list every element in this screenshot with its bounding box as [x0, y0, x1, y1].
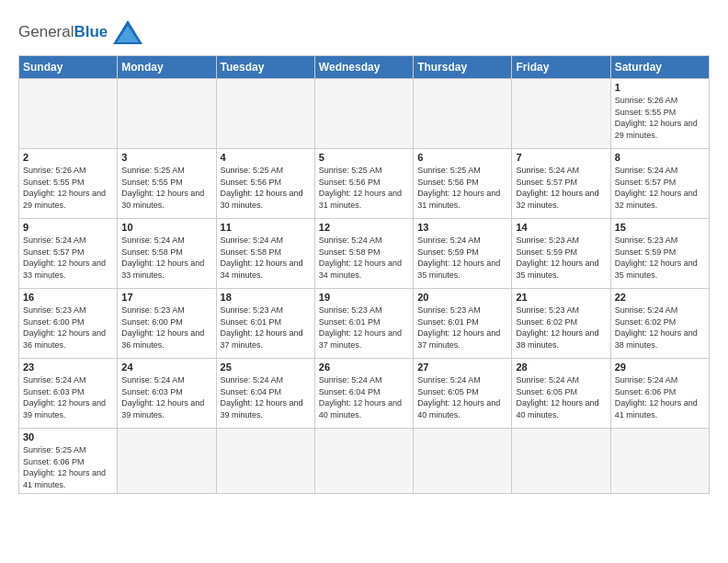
calendar-cell [216, 429, 314, 494]
day-info: Sunrise: 5:23 AM Sunset: 6:00 PM Dayligh… [121, 304, 211, 350]
day-info: Sunrise: 5:23 AM Sunset: 5:59 PM Dayligh… [516, 235, 606, 281]
day-number: 18 [221, 292, 311, 303]
calendar-cell: 18Sunrise: 5:23 AM Sunset: 6:01 PM Dayli… [216, 289, 314, 359]
calendar-cell: 19Sunrise: 5:23 AM Sunset: 6:01 PM Dayli… [314, 289, 413, 359]
day-number: 24 [121, 362, 211, 373]
calendar-cell: 13Sunrise: 5:24 AM Sunset: 5:59 PM Dayli… [414, 219, 512, 289]
day-number: 9 [23, 222, 113, 233]
calendar-cell: 21Sunrise: 5:23 AM Sunset: 6:02 PM Dayli… [512, 289, 610, 359]
day-number: 4 [221, 152, 311, 163]
day-info: Sunrise: 5:25 AM Sunset: 5:56 PM Dayligh… [417, 165, 507, 211]
day-number: 3 [121, 152, 211, 163]
calendar-cell: 23Sunrise: 5:24 AM Sunset: 6:03 PM Dayli… [19, 359, 118, 429]
day-info: Sunrise: 5:24 AM Sunset: 5:57 PM Dayligh… [23, 235, 113, 281]
calendar-cell [414, 79, 512, 149]
day-info: Sunrise: 5:24 AM Sunset: 5:59 PM Dayligh… [417, 235, 507, 281]
calendar-cell: 10Sunrise: 5:24 AM Sunset: 5:58 PM Dayli… [118, 219, 216, 289]
calendar-cell: 14Sunrise: 5:23 AM Sunset: 5:59 PM Dayli… [512, 219, 610, 289]
day-number: 1 [615, 82, 705, 93]
day-number: 12 [319, 222, 409, 233]
calendar-cell: 17Sunrise: 5:23 AM Sunset: 6:00 PM Dayli… [118, 289, 216, 359]
day-number: 2 [23, 152, 113, 163]
calendar-cell: 29Sunrise: 5:24 AM Sunset: 6:06 PM Dayli… [610, 359, 709, 429]
header-day-thursday: Thursday [414, 56, 512, 79]
day-info: Sunrise: 5:24 AM Sunset: 5:58 PM Dayligh… [121, 235, 211, 281]
day-number: 14 [516, 222, 606, 233]
calendar-week-5: 30Sunrise: 5:25 AM Sunset: 6:06 PM Dayli… [19, 429, 710, 494]
day-info: Sunrise: 5:24 AM Sunset: 6:05 PM Dayligh… [516, 374, 606, 420]
header: GeneralBlue [18, 15, 710, 46]
calendar-cell: 15Sunrise: 5:23 AM Sunset: 5:59 PM Dayli… [610, 219, 709, 289]
header-day-friday: Friday [512, 56, 610, 79]
day-number: 16 [23, 292, 113, 303]
calendar-cell: 5Sunrise: 5:25 AM Sunset: 5:56 PM Daylig… [314, 149, 413, 219]
day-number: 11 [221, 222, 311, 233]
header-day-saturday: Saturday [610, 56, 709, 79]
day-info: Sunrise: 5:24 AM Sunset: 5:58 PM Dayligh… [221, 235, 311, 281]
day-info: Sunrise: 5:25 AM Sunset: 6:06 PM Dayligh… [23, 444, 113, 490]
page: GeneralBlue SundayMondayTuesdayWednesday… [0, 0, 728, 563]
calendar-week-3: 16Sunrise: 5:23 AM Sunset: 6:00 PM Dayli… [19, 289, 710, 359]
day-info: Sunrise: 5:24 AM Sunset: 6:06 PM Dayligh… [615, 374, 705, 420]
day-info: Sunrise: 5:23 AM Sunset: 6:01 PM Dayligh… [319, 304, 409, 350]
calendar-cell [414, 429, 512, 494]
calendar-cell: 27Sunrise: 5:24 AM Sunset: 6:05 PM Dayli… [414, 359, 512, 429]
day-info: Sunrise: 5:24 AM Sunset: 5:57 PM Dayligh… [516, 165, 606, 211]
day-info: Sunrise: 5:25 AM Sunset: 5:56 PM Dayligh… [221, 165, 311, 211]
calendar-cell [610, 429, 709, 494]
day-number: 22 [615, 292, 705, 303]
header-day-monday: Monday [118, 56, 216, 79]
calendar-cell [512, 79, 610, 149]
calendar-cell: 12Sunrise: 5:24 AM Sunset: 5:58 PM Dayli… [314, 219, 413, 289]
calendar-cell: 26Sunrise: 5:24 AM Sunset: 6:04 PM Dayli… [314, 359, 413, 429]
day-info: Sunrise: 5:24 AM Sunset: 5:57 PM Dayligh… [615, 165, 705, 211]
calendar-cell: 4Sunrise: 5:25 AM Sunset: 5:56 PM Daylig… [216, 149, 314, 219]
logo: GeneralBlue [18, 18, 144, 46]
calendar-cell: 9Sunrise: 5:24 AM Sunset: 5:57 PM Daylig… [19, 219, 118, 289]
calendar-week-0: 1Sunrise: 5:26 AM Sunset: 5:55 PM Daylig… [19, 79, 710, 149]
day-number: 26 [319, 362, 409, 373]
calendar-cell [512, 429, 610, 494]
calendar-week-2: 9Sunrise: 5:24 AM Sunset: 5:57 PM Daylig… [19, 219, 710, 289]
day-info: Sunrise: 5:24 AM Sunset: 6:03 PM Dayligh… [121, 374, 211, 420]
day-number: 27 [417, 362, 507, 373]
day-number: 5 [319, 152, 409, 163]
calendar-cell: 30Sunrise: 5:25 AM Sunset: 6:06 PM Dayli… [19, 429, 118, 494]
day-info: Sunrise: 5:23 AM Sunset: 5:59 PM Dayligh… [615, 235, 705, 281]
day-number: 8 [615, 152, 705, 163]
day-number: 13 [417, 222, 507, 233]
day-number: 15 [615, 222, 705, 233]
day-info: Sunrise: 5:24 AM Sunset: 6:05 PM Dayligh… [417, 374, 507, 420]
calendar-cell: 28Sunrise: 5:24 AM Sunset: 6:05 PM Dayli… [512, 359, 610, 429]
calendar-cell: 2Sunrise: 5:26 AM Sunset: 5:55 PM Daylig… [19, 149, 118, 219]
calendar-cell: 16Sunrise: 5:23 AM Sunset: 6:00 PM Dayli… [19, 289, 118, 359]
calendar-cell: 8Sunrise: 5:24 AM Sunset: 5:57 PM Daylig… [610, 149, 709, 219]
day-info: Sunrise: 5:26 AM Sunset: 5:55 PM Dayligh… [23, 165, 113, 211]
header-row: SundayMondayTuesdayWednesdayThursdayFrid… [19, 56, 710, 79]
calendar-cell [118, 79, 216, 149]
day-info: Sunrise: 5:23 AM Sunset: 6:01 PM Dayligh… [417, 304, 507, 350]
day-number: 21 [516, 292, 606, 303]
calendar-cell: 25Sunrise: 5:24 AM Sunset: 6:04 PM Dayli… [216, 359, 314, 429]
day-info: Sunrise: 5:26 AM Sunset: 5:55 PM Dayligh… [615, 95, 705, 141]
day-info: Sunrise: 5:25 AM Sunset: 5:56 PM Dayligh… [319, 165, 409, 211]
day-info: Sunrise: 5:23 AM Sunset: 6:02 PM Dayligh… [516, 304, 606, 350]
calendar-cell: 6Sunrise: 5:25 AM Sunset: 5:56 PM Daylig… [414, 149, 512, 219]
day-number: 28 [516, 362, 606, 373]
calendar-cell: 3Sunrise: 5:25 AM Sunset: 5:55 PM Daylig… [118, 149, 216, 219]
day-info: Sunrise: 5:25 AM Sunset: 5:55 PM Dayligh… [121, 165, 211, 211]
day-number: 25 [221, 362, 311, 373]
calendar-cell [216, 79, 314, 149]
logo-line1: GeneralBlue [18, 23, 108, 41]
calendar-cell: 11Sunrise: 5:24 AM Sunset: 5:58 PM Dayli… [216, 219, 314, 289]
calendar-cell [314, 429, 413, 494]
day-info: Sunrise: 5:24 AM Sunset: 6:04 PM Dayligh… [319, 374, 409, 420]
calendar-cell: 20Sunrise: 5:23 AM Sunset: 6:01 PM Dayli… [414, 289, 512, 359]
calendar-cell [19, 79, 118, 149]
day-number: 6 [417, 152, 507, 163]
day-info: Sunrise: 5:24 AM Sunset: 6:04 PM Dayligh… [221, 374, 311, 420]
header-day-sunday: Sunday [19, 56, 118, 79]
calendar-week-4: 23Sunrise: 5:24 AM Sunset: 6:03 PM Dayli… [19, 359, 710, 429]
calendar-cell [118, 429, 216, 494]
day-number: 20 [417, 292, 507, 303]
